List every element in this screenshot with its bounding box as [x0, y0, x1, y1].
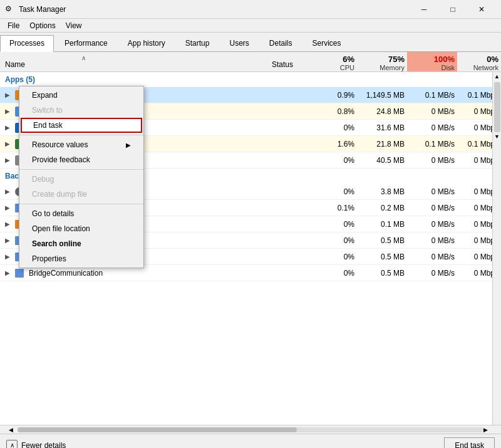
cell-memory: 3.8 MB [357, 187, 407, 196]
scroll-up-btn[interactable]: ▲ [494, 73, 500, 80]
cell-memory: 0.1 MB [357, 220, 407, 229]
cell-memory: 0.2 MB [357, 204, 407, 212]
expand-icon: ▶ [5, 140, 13, 147]
ctx-separator [19, 169, 143, 170]
cell-disk: 0 MB/s [407, 236, 457, 245]
title-bar: ⚙ Task Manager ─ □ ✕ [0, 0, 501, 19]
cell-cpu: 0% [319, 156, 357, 165]
ctx-provide-feedback[interactable]: Provide feedback [19, 152, 143, 167]
cell-memory: 0.5 MB [357, 269, 407, 278]
table-body: Apps (5) ▶ C 0.9% 1,149.5 MB 0.1 MB/s 0.… [0, 72, 501, 425]
ctx-expand[interactable]: Expand [19, 88, 143, 103]
expand-icon: ▶ [5, 124, 13, 131]
submenu-arrow-icon: ▶ [126, 142, 131, 148]
tab-services[interactable]: Services [303, 35, 351, 51]
cell-cpu: 0.8% [319, 107, 357, 116]
tab-processes[interactable]: Processes [0, 35, 54, 52]
cell-cpu: 0% [319, 253, 357, 261]
ctx-debug[interactable]: Debug [19, 172, 143, 187]
cell-disk: 0 MB/s [407, 269, 457, 278]
menu-view[interactable]: View [61, 20, 87, 31]
expand-icon: ▶ [5, 237, 13, 244]
cell-cpu: 0% [319, 123, 357, 132]
window-controls: ─ □ ✕ [410, 0, 496, 19]
tab-users[interactable]: Users [220, 35, 258, 51]
col-header-disk[interactable]: 100% Disk [407, 52, 457, 71]
cell-disk: 0 MB/s [407, 107, 457, 116]
menu-bar: File Options View [0, 19, 501, 33]
hscroll-right-btn[interactable]: ▶ [483, 427, 492, 433]
cell-disk: 0 MB/s [407, 204, 457, 212]
close-button[interactable]: ✕ [467, 0, 496, 19]
cell-memory: 0.5 MB [357, 236, 407, 245]
context-menu: Expand Switch to End task Resource value… [19, 86, 144, 268]
expand-icon: ▶ [5, 253, 13, 260]
cell-disk: 0 MB/s [407, 187, 457, 196]
ctx-resource-values[interactable]: Resource values ▶ [19, 137, 143, 152]
cell-cpu: 0% [319, 187, 357, 196]
tab-startup[interactable]: Startup [176, 35, 219, 51]
horizontal-scrollbar[interactable]: ◀ ▶ [0, 425, 501, 434]
window-title: Task Manager [19, 5, 410, 14]
hscroll-left-btn[interactable]: ◀ [9, 427, 18, 433]
ctx-switch-to[interactable]: Switch to [19, 103, 143, 118]
bottom-bar: ∧ Fewer details End task [0, 434, 501, 448]
col-header-network[interactable]: 0% Network [457, 52, 501, 71]
cell-disk: 0.1 MB/s [407, 91, 457, 100]
cell-disk: 0.1 MB/s [407, 140, 457, 148]
main-area: ∧ Name Status 6% CPU 75% Memory 100% Dis… [0, 52, 501, 425]
ctx-separator [19, 204, 143, 204]
tab-details[interactable]: Details [260, 35, 302, 51]
cell-disk: 0 MB/s [407, 220, 457, 229]
ctx-go-to-details[interactable]: Go to details [19, 206, 143, 221]
expand-icon: ▶ [5, 221, 13, 227]
cell-memory: 31.6 MB [357, 123, 407, 132]
scroll-thumb[interactable] [494, 82, 500, 132]
expand-icon: ▶ [5, 91, 13, 98]
ctx-open-file-location[interactable]: Open file location [19, 221, 143, 236]
tab-bar: Processes Performance App history Startu… [0, 33, 501, 52]
cell-memory: 0.5 MB [357, 253, 407, 261]
col-header-cpu[interactable]: 6% CPU [319, 52, 357, 71]
cell-cpu: 1.6% [319, 140, 357, 148]
hscroll-track [18, 427, 483, 432]
cell-name: ▶ BridgeCommunication [0, 269, 269, 278]
cell-cpu: 0.9% [319, 91, 357, 100]
col-header-memory[interactable]: 75% Memory [357, 52, 407, 71]
app-icon [15, 269, 24, 278]
scroll-down-btn[interactable]: ▼ [494, 133, 500, 140]
menu-file[interactable]: File [3, 20, 24, 31]
cell-memory: 21.8 MB [357, 140, 407, 148]
ctx-properties[interactable]: Properties [19, 251, 143, 266]
fewer-details-button[interactable]: ∧ Fewer details [6, 440, 66, 449]
tab-performance[interactable]: Performance [55, 35, 117, 51]
minimize-button[interactable]: ─ [410, 0, 438, 19]
ctx-separator [19, 135, 143, 135]
ctx-create-dump-file[interactable]: Create dump file [19, 187, 143, 202]
cell-disk: 0 MB/s [407, 253, 457, 261]
hscroll-thumb[interactable] [18, 427, 297, 432]
cell-disk: 0 MB/s [407, 123, 457, 132]
col-header-status[interactable]: Status [269, 52, 319, 71]
app-icon: ⚙ [5, 4, 15, 14]
cell-cpu: 0% [319, 236, 357, 245]
column-headers: ∧ Name Status 6% CPU 75% Memory 100% Dis… [0, 52, 501, 72]
cell-cpu: 0.1% [319, 204, 357, 212]
cell-disk: 0 MB/s [407, 156, 457, 165]
sort-arrow: ∧ [81, 55, 86, 61]
expand-icon: ▶ [5, 204, 13, 211]
expand-icon: ▶ [5, 157, 13, 164]
cell-memory: 40.5 MB [357, 156, 407, 165]
fewer-details-icon: ∧ [6, 440, 18, 449]
tab-app-history[interactable]: App history [118, 35, 175, 51]
end-task-button[interactable]: End task [444, 437, 495, 449]
menu-options[interactable]: Options [24, 20, 60, 31]
vertical-scrollbar[interactable]: ▲ ▼ [492, 72, 501, 425]
col-header-name[interactable]: Name [0, 52, 269, 71]
expand-icon: ▶ [5, 269, 13, 276]
cell-cpu: 0% [319, 269, 357, 278]
cell-cpu: 0% [319, 220, 357, 229]
ctx-search-online[interactable]: Search online [19, 236, 143, 251]
ctx-end-task[interactable]: End task [21, 118, 142, 133]
maximize-button[interactable]: □ [438, 0, 467, 19]
